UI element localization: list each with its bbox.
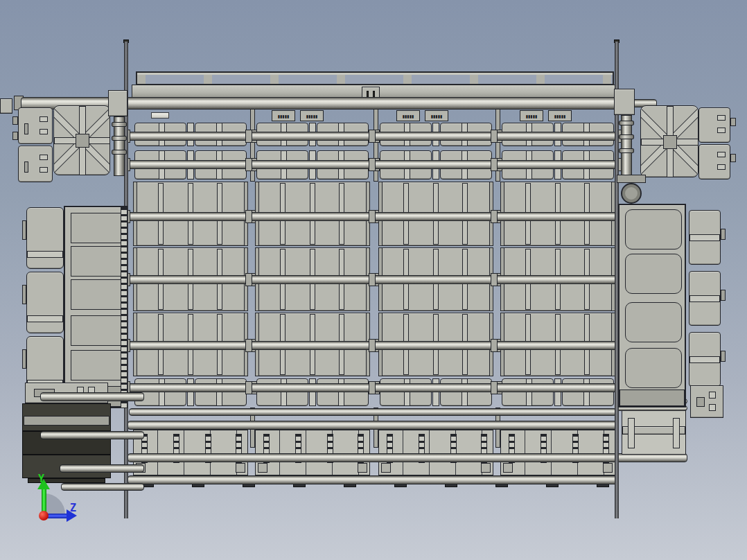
corner-bracket: [358, 463, 367, 473]
side-module-right[interactable]: [689, 332, 721, 387]
bay-grid-4-2[interactable]: [378, 313, 493, 376]
tie-rod[interactable]: [248, 212, 377, 221]
tie-rod[interactable]: [371, 212, 500, 221]
bay-grid-3-0[interactable]: [133, 247, 248, 311]
tie-rod[interactable]: [126, 341, 255, 350]
bay-grid-4-0[interactable]: [133, 313, 248, 376]
column-panel: [625, 302, 682, 342]
bay-boxes-1-0[interactable]: [133, 150, 248, 180]
left-tab: [12, 132, 18, 140]
tie-rod[interactable]: [248, 160, 377, 169]
side-module-left[interactable]: [26, 272, 64, 333]
corner-bracket: [603, 463, 613, 473]
module-band: [689, 234, 720, 241]
tie-rod[interactable]: [248, 341, 377, 350]
module-lug: [22, 349, 26, 369]
tie-rod[interactable]: [126, 160, 255, 169]
latch: [709, 404, 716, 411]
feeder-roller[interactable]: [40, 431, 144, 439]
clamp-band: [309, 378, 316, 406]
bolt-flange[interactable]: [621, 183, 642, 204]
tie-rod[interactable]: [248, 383, 377, 392]
left-tab: [12, 116, 18, 125]
latch-box-small[interactable]: [690, 385, 723, 418]
bay-boxes-5-1[interactable]: [255, 378, 370, 407]
side-module-right[interactable]: [689, 271, 721, 326]
tie-rod[interactable]: [126, 383, 255, 392]
latch-box[interactable]: [698, 107, 730, 143]
bay-boxes-1-2[interactable]: [378, 150, 493, 180]
side-module-right[interactable]: [689, 210, 721, 265]
bay-boxes-0-0[interactable]: [133, 122, 248, 147]
tie-rod[interactable]: [126, 132, 255, 141]
cylinder-ring: [112, 150, 127, 155]
tie-rod[interactable]: [371, 132, 500, 141]
bay-boxes-0-3[interactable]: [500, 122, 615, 147]
side-module-left[interactable]: [26, 207, 64, 269]
bay-grid-3-2[interactable]: [378, 247, 493, 311]
tie-rod[interactable]: [493, 341, 622, 350]
latch-box[interactable]: [18, 107, 53, 144]
feeder-roller[interactable]: [60, 464, 144, 473]
column-panel: [625, 254, 682, 294]
bay-slats-6-0[interactable]: [133, 430, 248, 475]
clamp-band: [216, 378, 222, 406]
bay-boxes-1-3[interactable]: [500, 150, 615, 180]
bottom-right-box[interactable]: [622, 410, 686, 455]
bay-grid-4-3[interactable]: [500, 313, 615, 376]
bay-grid-2-2[interactable]: [378, 182, 493, 246]
feeder-roller[interactable]: [40, 392, 144, 401]
latch: [717, 152, 726, 157]
tie-rod[interactable]: [371, 341, 500, 350]
clamp-band: [583, 378, 590, 406]
bay-grid-2-3[interactable]: [500, 182, 615, 246]
tie-rod[interactable]: [493, 160, 622, 169]
module-band: [27, 251, 63, 258]
bay-grid-2-1[interactable]: [255, 182, 370, 246]
bay-grid-4-1[interactable]: [255, 313, 370, 376]
bay-slats-6-3[interactable]: [500, 430, 615, 475]
latch-box[interactable]: [18, 146, 53, 182]
side-column-right[interactable]: [618, 204, 686, 408]
cad-viewport[interactable]: ▮▮▮▮▮ ▮▮▮▮▮ ▮▮▮▮▮ ▮▮▮▮▮ ▮▮▮▮▮ ▮▮▮▮▮: [0, 0, 747, 560]
tie-rod[interactable]: [126, 275, 255, 284]
accordion-strip: [121, 207, 128, 408]
bay-boxes-5-0[interactable]: [133, 378, 248, 407]
bay-slats-6-2[interactable]: [378, 430, 493, 475]
bay-slats-6-1[interactable]: [255, 430, 370, 475]
side-column-left[interactable]: [64, 206, 128, 408]
tie-rod[interactable]: [371, 160, 500, 169]
rod-cap: [245, 339, 252, 352]
strapped-tank-left[interactable]: [53, 105, 110, 175]
tie-rod[interactable]: [493, 212, 622, 221]
bay-grid-3-3[interactable]: [500, 247, 615, 311]
tie-rod[interactable]: [248, 132, 377, 141]
bay-boxes-5-2[interactable]: [378, 378, 493, 407]
feeder-roller[interactable]: [61, 483, 144, 491]
bay-boxes-1-1[interactable]: [255, 150, 370, 180]
module-lug: [22, 220, 26, 240]
bay-grid-3-1[interactable]: [255, 247, 370, 311]
tie-rod[interactable]: [248, 275, 377, 284]
latch-box[interactable]: [698, 144, 730, 180]
clamp-band: [187, 378, 194, 406]
tie-rod[interactable]: [493, 275, 622, 284]
tie-rod[interactable]: [126, 212, 255, 221]
bay-boxes-5-3[interactable]: [500, 378, 615, 407]
tie-rod[interactable]: [493, 132, 622, 141]
bay-grid-2-0[interactable]: [133, 182, 248, 246]
tie-rod[interactable]: [371, 383, 500, 392]
clamp-band: [338, 378, 344, 406]
latch: [39, 155, 48, 160]
bottom-rail-3: [128, 453, 687, 462]
z-axis-arrow[interactable]: [47, 514, 68, 518]
tie-rod[interactable]: [493, 383, 622, 392]
bay-boxes-0-1[interactable]: [255, 122, 370, 147]
strap-hub: [76, 134, 89, 148]
bay-boxes-0-2[interactable]: [378, 122, 493, 147]
strapped-tank-right[interactable]: [640, 105, 698, 177]
rod-cap: [245, 381, 252, 394]
rod-cap: [491, 339, 498, 352]
tie-rod[interactable]: [371, 275, 500, 284]
corner-bracket: [236, 463, 245, 473]
